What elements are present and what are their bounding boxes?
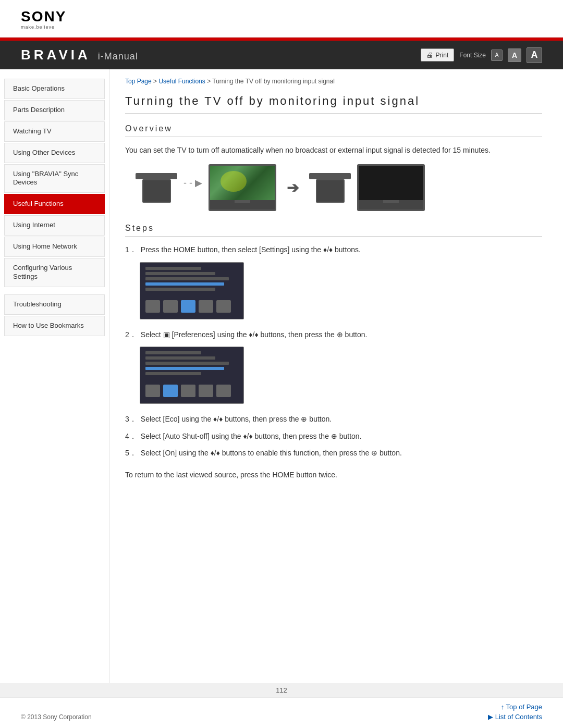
- breadcrumb-current: Turning the TV off by monitoring input s…: [212, 78, 335, 85]
- imanual-subtitle: i-Manual: [98, 51, 138, 62]
- icon-2-4: [199, 385, 213, 397]
- screenshot-menu: [140, 263, 243, 297]
- icon-5: [216, 300, 231, 313]
- top-bar: SONY make.believe: [0, 0, 563, 38]
- step-1-num: 1．: [125, 244, 137, 255]
- source-device-off-body: [309, 173, 351, 179]
- screenshot-icon-row: [145, 300, 238, 313]
- menu-line-2-2: [145, 356, 215, 360]
- content-area: Top Page > Useful Functions > Turning th…: [109, 69, 563, 683]
- source-device: [136, 173, 177, 203]
- font-small-button[interactable]: A: [491, 50, 503, 61]
- icon-2: [163, 300, 178, 313]
- font-medium-button[interactable]: A: [508, 48, 521, 62]
- breadcrumb-sep1: >: [153, 78, 158, 85]
- breadcrumb-sep2: >: [207, 78, 212, 85]
- menu-line-1: [145, 267, 201, 270]
- step-3-num: 3．: [125, 413, 137, 425]
- step-1-text: Press the HOME button, then select [Sett…: [141, 244, 542, 255]
- sidebar-item-basic-operations[interactable]: Basic Operations: [4, 79, 105, 99]
- sidebar-item-bravia-sync[interactable]: Using "BRAVIA" Sync Devices: [4, 164, 105, 193]
- sony-wordmark: SONY: [21, 9, 542, 24]
- bravia-title: BRAVIA i-Manual: [21, 47, 138, 63]
- tv-on-group: - - ▶: [136, 164, 276, 211]
- print-button[interactable]: 🖨 Print: [421, 48, 455, 61]
- step-5: 5． Select [On] using the ♦/♦ buttons to …: [125, 447, 542, 459]
- screenshot-preferences: [140, 347, 244, 404]
- tv-off-stand: [383, 200, 399, 203]
- page-title: Turning the TV off by monitoring input s…: [125, 94, 542, 114]
- tv-off-screen: [359, 166, 423, 200]
- copyright: © 2013 Sony Corporation: [21, 713, 92, 721]
- screenshot-settings: [140, 262, 244, 319]
- sidebar-item-watching-tv[interactable]: Watching TV: [4, 121, 105, 142]
- step-2: 2． Select ▣ [Preferences] using the ♦/♦ …: [125, 329, 542, 340]
- icon-2-5: [216, 385, 231, 397]
- sony-logo: SONY make.believe: [21, 9, 542, 30]
- tv-on-stand: [235, 200, 250, 203]
- sony-tagline: make.believe: [21, 25, 542, 30]
- source-device-base: [142, 179, 171, 203]
- font-size-label: Font Size: [459, 52, 486, 59]
- steps-heading: Steps: [125, 224, 542, 237]
- top-of-page-link[interactable]: Top of Page: [501, 703, 542, 711]
- tv-off-display: [357, 164, 425, 211]
- icon-4: [199, 300, 213, 313]
- step-2-text: Select ▣ [Preferences] using the ♦/♦ but…: [141, 329, 542, 340]
- transition-arrow: ➔: [287, 179, 299, 196]
- tv-signal-illustration: - - ▶ ➔: [136, 164, 542, 211]
- step-5-num: 5．: [125, 447, 137, 459]
- bravia-brand: BRAVIA: [21, 47, 91, 63]
- signal-arrows: - - ▶: [183, 177, 202, 189]
- step-5-text: Select [On] using the ♦/♦ buttons to ena…: [141, 447, 542, 459]
- menu-line-2-3: [145, 362, 229, 365]
- step-3-text: Select [Eco] using the ♦/♦ buttons, then…: [141, 413, 542, 425]
- icon-1: [145, 300, 160, 313]
- overview-text: You can set the TV to turn off automatic…: [125, 144, 542, 156]
- overview-heading: Overview: [125, 124, 542, 137]
- sidebar-item-parts-description[interactable]: Parts Description: [4, 100, 105, 120]
- icon-2-2-active: [163, 385, 178, 397]
- step-4-num: 4．: [125, 430, 137, 442]
- source-device-off-base: [316, 179, 345, 203]
- footer-links: Top of Page List of Contents: [488, 703, 542, 721]
- tv-on-display: [209, 164, 276, 211]
- menu-line-5: [145, 288, 215, 291]
- print-icon: 🖨: [426, 51, 433, 59]
- sidebar-item-using-internet[interactable]: Using Internet: [4, 215, 105, 236]
- step-4: 4． Select [Auto Shut-off] using the ♦/♦ …: [125, 430, 542, 442]
- font-large-button[interactable]: A: [527, 47, 542, 63]
- source-device-body: [136, 173, 177, 179]
- screenshot-menu-2: [140, 347, 243, 381]
- step-2-num: 2．: [125, 329, 137, 340]
- sidebar-item-home-network[interactable]: Using Home Network: [4, 237, 105, 257]
- step-4-text: Select [Auto Shut-off] using the ♦/♦ but…: [141, 430, 542, 442]
- step-3: 3． Select [Eco] using the ♦/♦ buttons, t…: [125, 413, 542, 425]
- sidebar-item-bookmarks[interactable]: How to Use Bookmarks: [4, 316, 105, 336]
- header: BRAVIA i-Manual 🖨 Print Font Size A A A: [0, 41, 563, 69]
- sidebar-item-troubleshooting[interactable]: Troubleshooting: [4, 294, 105, 315]
- list-of-contents-link[interactable]: List of Contents: [488, 713, 542, 721]
- source-device-off: [309, 173, 351, 203]
- icon-2-1: [145, 385, 160, 397]
- steps-section: Steps 1． Press the HOME button, then sel…: [125, 224, 542, 459]
- breadcrumb-top-page[interactable]: Top Page: [125, 78, 152, 85]
- menu-line-3: [145, 277, 229, 280]
- tv-off-group: [309, 164, 425, 211]
- tv-on-screen: [210, 166, 275, 200]
- print-label: Print: [436, 52, 449, 59]
- footer: © 2013 Sony Corporation Top of Page List…: [0, 697, 563, 728]
- page-number: 112: [0, 683, 563, 697]
- breadcrumb-useful-functions[interactable]: Useful Functions: [158, 78, 205, 85]
- sidebar-item-configuring-settings[interactable]: Configuring Various Settings: [4, 258, 105, 287]
- menu-line-2-selected: [145, 367, 224, 370]
- main-content: Basic Operations Parts Description Watch…: [0, 69, 563, 683]
- icon-3-active: [181, 300, 195, 313]
- menu-line-2-5: [145, 372, 201, 375]
- sidebar-item-useful-functions[interactable]: Useful Functions: [4, 194, 105, 214]
- sidebar-item-using-other-devices[interactable]: Using Other Devices: [4, 143, 105, 163]
- return-note: To return to the last viewed source, pre…: [125, 469, 542, 480]
- header-controls: 🖨 Print Font Size A A A: [421, 47, 542, 63]
- step-1: 1． Press the HOME button, then select [S…: [125, 244, 542, 255]
- icon-2-3: [181, 385, 195, 397]
